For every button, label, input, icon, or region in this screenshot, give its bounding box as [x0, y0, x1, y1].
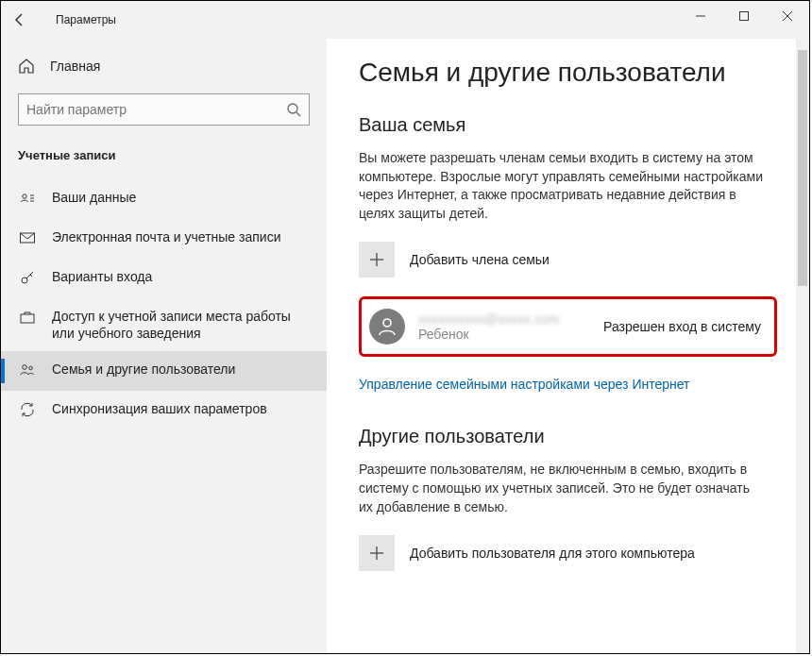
- page-title: Семья и другие пользователи: [359, 58, 777, 88]
- avatar: [369, 309, 405, 345]
- nav-work-school[interactable]: Доступ к учетной записи места работы или…: [1, 298, 327, 351]
- family-member-row[interactable]: xxxxxxxxxx@xxxxx.com Ребенок Разрешен вх…: [359, 296, 777, 357]
- person-icon: [376, 315, 398, 338]
- member-text: xxxxxxxxxx@xxxxx.com Ребенок: [418, 311, 560, 342]
- add-other-label: Добавить пользователя для этого компьюте…: [410, 546, 695, 561]
- search-field[interactable]: [26, 102, 286, 117]
- nav: Ваши данные Электронная почта и учетные …: [1, 179, 327, 430]
- nav-family-users[interactable]: Семья и другие пользователи: [1, 351, 327, 391]
- mail-icon: [18, 229, 37, 246]
- svg-point-4: [23, 194, 26, 198]
- briefcase-icon: [18, 309, 37, 326]
- svg-point-15: [383, 319, 391, 327]
- search-wrap: [18, 93, 310, 126]
- member-role: Ребенок: [418, 327, 560, 342]
- plus-tile: [359, 242, 395, 278]
- add-other-user-button[interactable]: Добавить пользователя для этого компьюте…: [359, 535, 777, 571]
- close-button[interactable]: [766, 1, 809, 31]
- add-family-label: Добавить члена семьи: [410, 252, 550, 267]
- manage-family-link[interactable]: Управление семейными настройками через И…: [359, 377, 689, 392]
- others-section-title: Другие пользователи: [359, 426, 777, 447]
- nav-your-data[interactable]: Ваши данные: [1, 179, 327, 219]
- minimize-icon: [696, 11, 705, 21]
- svg-point-2: [288, 104, 297, 113]
- titlebar: Параметры: [1, 1, 809, 39]
- window-title: Параметры: [56, 13, 116, 26]
- scroll-thumb[interactable]: [798, 50, 807, 286]
- svg-rect-1: [740, 12, 749, 21]
- content: Семья и другие пользователи Ваша семья В…: [327, 39, 809, 653]
- family-description: Вы можете разрешать членам семьи входить…: [359, 149, 765, 223]
- member-email: xxxxxxxxxx@xxxxx.com: [418, 311, 560, 327]
- add-family-button[interactable]: Добавить члена семьи: [359, 242, 777, 278]
- key-icon: [18, 269, 37, 286]
- svg-rect-10: [21, 314, 34, 323]
- nav-label: Семья и другие пользователи: [52, 361, 310, 378]
- home-label: Главная: [50, 59, 100, 74]
- arrow-left-icon: [12, 12, 27, 27]
- family-section-title: Ваша семья: [359, 114, 777, 136]
- nav-label: Синхронизация ваших параметров: [52, 400, 310, 417]
- nav-signin-options[interactable]: Варианты входа: [1, 259, 327, 298]
- nav-sync[interactable]: Синхронизация ваших параметров: [1, 391, 327, 430]
- close-icon: [783, 11, 792, 21]
- people-icon: [18, 362, 37, 378]
- nav-label: Ваши данные: [52, 189, 310, 206]
- body: Главная Учетные записи Ваши данные Элект…: [1, 39, 809, 653]
- search-icon: [286, 102, 301, 117]
- person-card-icon: [18, 190, 37, 207]
- plus-icon: [368, 251, 385, 268]
- scrollbar[interactable]: [796, 39, 809, 653]
- sync-icon: [18, 401, 37, 418]
- maximize-icon: [739, 11, 749, 21]
- window-controls: [679, 1, 809, 31]
- settings-window: Параметры Главная: [0, 0, 810, 654]
- category-title: Учетные записи: [1, 143, 327, 179]
- member-status: Разрешен вход в систему: [603, 319, 761, 334]
- maximize-button[interactable]: [722, 1, 766, 31]
- svg-point-12: [29, 367, 33, 371]
- search-input[interactable]: [18, 93, 310, 126]
- nav-email-accounts[interactable]: Электронная почта и учетные записи: [1, 219, 327, 259]
- nav-label: Электронная почта и учетные записи: [52, 228, 310, 245]
- nav-label: Варианты входа: [52, 268, 310, 285]
- minimize-button[interactable]: [679, 1, 722, 31]
- home-icon: [18, 58, 35, 75]
- svg-line-3: [296, 112, 300, 116]
- svg-point-11: [23, 365, 27, 370]
- nav-label: Доступ к учетной записи места работы или…: [52, 308, 310, 342]
- home-link[interactable]: Главная: [1, 48, 327, 84]
- plus-icon: [368, 545, 385, 562]
- others-description: Разрешите пользователям, не включенным в…: [359, 461, 765, 516]
- plus-tile: [359, 535, 395, 571]
- sidebar: Главная Учетные записи Ваши данные Элект…: [1, 39, 327, 653]
- back-button[interactable]: [1, 1, 39, 39]
